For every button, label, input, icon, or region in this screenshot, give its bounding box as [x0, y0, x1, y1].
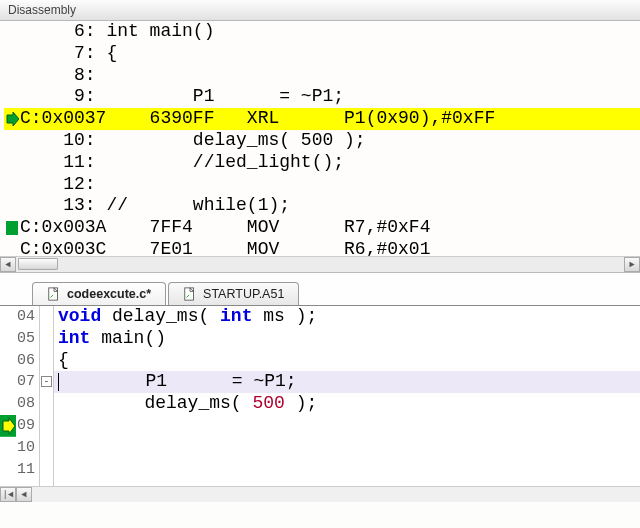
line-number-gutter: 0405060708091011 [0, 306, 40, 486]
disasm-line[interactable]: 7: { [4, 43, 640, 65]
file-icon [183, 287, 197, 301]
code-line[interactable]: void delay_ms( int ms ); [54, 306, 640, 328]
code-area[interactable]: void delay_ms( int ms );int main(){ P1 =… [54, 306, 640, 486]
svg-rect-1 [6, 221, 18, 235]
line-number: 10 [0, 437, 39, 459]
disassembly-view[interactable]: 6: int main() 7: { 8: 9: P1 = ~P1; C:0x0… [0, 21, 640, 256]
disasm-line[interactable]: 6: int main() [4, 21, 640, 43]
tab-label: codeexcute.c* [67, 287, 151, 301]
line-number: 08 [0, 393, 39, 415]
line-number: 06 [0, 350, 39, 372]
disasm-line[interactable]: 13: // while(1); [4, 195, 640, 217]
line-number: 04 [0, 306, 39, 328]
scroll-thumb[interactable] [18, 258, 58, 270]
scroll-right-button[interactable]: ► [624, 257, 640, 272]
current-line-arrow-icon [4, 108, 20, 130]
code-line[interactable]: P1 = ~P1; [54, 371, 640, 393]
code-line[interactable]: { [54, 350, 640, 372]
tab-label: STARTUP.A51 [203, 287, 284, 301]
disasm-line[interactable]: C:0x0037 6390FF XRL P1(0x90),#0xFF [4, 108, 640, 130]
disassembly-scrollbar[interactable]: ◄ ► [0, 256, 640, 272]
disasm-line[interactable]: 8: [4, 65, 640, 87]
code-line[interactable]: int main() [54, 328, 640, 350]
scroll-left-button[interactable]: ◄ [0, 257, 16, 272]
code-line[interactable]: delay_ms( 500 ); [54, 393, 640, 415]
fold-toggle-icon[interactable]: - [41, 376, 52, 387]
disasm-line[interactable]: 9: P1 = ~P1; [4, 86, 640, 108]
disasm-line[interactable]: C:0x003C 7E01 MOV R6,#0x01 [4, 239, 640, 256]
line-number: 07 [0, 371, 39, 393]
disasm-line[interactable]: 10: delay_ms( 500 ); [4, 130, 640, 152]
fold-gutter[interactable]: - [40, 306, 54, 486]
editor-tabbar: codeexcute.c*STARTUP.A51 [0, 272, 640, 306]
breakpoint-marker-icon [4, 217, 20, 239]
disasm-line[interactable]: C:0x003A 7FF4 MOV R7,#0xF4 [4, 217, 640, 239]
disassembly-title: Disassembly [0, 0, 640, 21]
svg-marker-0 [7, 112, 19, 126]
tab-startup-a51[interactable]: STARTUP.A51 [168, 282, 299, 305]
line-number: 11 [0, 459, 39, 481]
line-number: 05 [0, 328, 39, 350]
editor-scrollbar[interactable]: |◄ ◄ [0, 486, 640, 502]
scroll-left-step-button[interactable]: ◄ [16, 487, 32, 502]
disasm-line[interactable]: 12: [4, 174, 640, 196]
source-editor[interactable]: 0405060708091011 - void delay_ms( int ms… [0, 306, 640, 486]
disasm-line[interactable]: 11: //led_light(); [4, 152, 640, 174]
current-line-arrow-icon [0, 415, 16, 437]
tab-codeexcute-c-[interactable]: codeexcute.c* [32, 282, 166, 305]
file-icon [47, 287, 61, 301]
scroll-left-button[interactable]: |◄ [0, 487, 16, 502]
scroll-track[interactable] [16, 257, 624, 272]
